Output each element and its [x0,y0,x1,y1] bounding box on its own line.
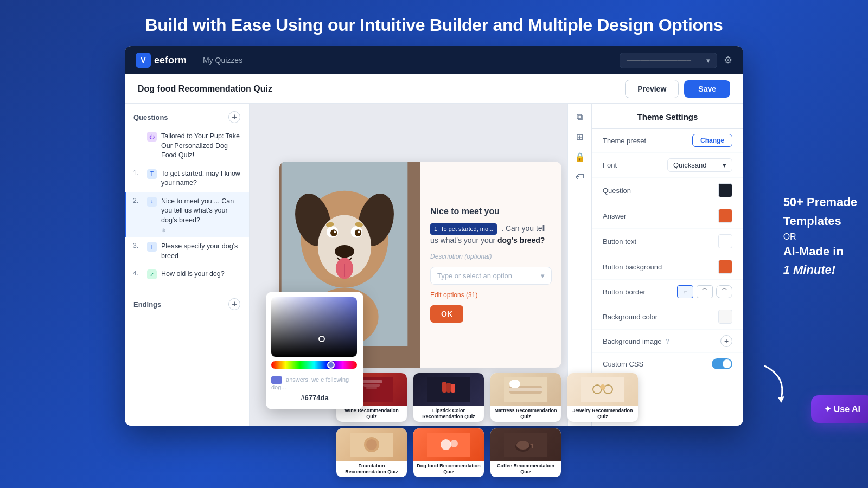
tc-coffee-label: Coffee Recommendation Quiz [490,461,561,477]
button-border-row: Button border ⌐ ⌒ ⌒ [592,280,743,304]
question-num-2: 2. [133,197,143,204]
question-num-1: 1. [133,169,143,177]
promo-line3: AI-Made in [783,244,857,260]
tc-jewelry-label: Jewelry Recommendation Quiz [567,406,638,422]
svg-rect-24 [451,384,455,393]
promo-or: OR [783,232,857,242]
tag-icon[interactable]: 🏷 [576,172,584,182]
add-ending-button[interactable]: + [228,298,240,310]
edit-options-link[interactable]: Edit options (31) [430,291,552,299]
quiz-card-content: Nice to meet you 1. To get started, mo..… [420,162,561,368]
font-select[interactable]: Quicksand ▾ [667,158,732,172]
svg-point-38 [441,439,451,450]
hue-cursor[interactable] [327,361,335,369]
use-ai-button[interactable]: ✦ Use AI [811,395,868,423]
color-preview-row: answers, we e following dog... [271,375,358,391]
font-value: Quicksand [673,161,706,169]
question-item-2[interactable]: 2. ↓ Nice to meet you ... Can you tell u… [125,192,249,238]
help-icon: ? [666,338,669,345]
button-bg-color-swatch[interactable] [718,260,732,274]
question-item-4[interactable]: 4. ✓ How old is your dog? [125,265,249,284]
template-cards: Wine Recommendation Quiz Lipstick Color … [336,373,662,477]
template-card-coffee[interactable]: Coffee Recommendation Quiz [490,428,561,477]
question-text-0: Tailored to Your Pup: Take Our Personali… [161,132,242,160]
color-hex-value[interactable]: #6774da [271,391,358,404]
color-cursor[interactable] [318,336,325,342]
theme-preset-row: Theme preset Change [592,129,743,153]
quiz-greeting: Nice to meet you [430,207,552,216]
add-bg-image-button[interactable]: + [720,335,732,347]
font-label: Font [603,161,617,169]
question-icon-dropdown-2: ↓ [147,197,157,207]
mattress-illustration [504,377,547,402]
tc-dogfood-label: Dog food Recommendation Quiz [413,461,484,477]
change-theme-button[interactable]: Change [692,134,732,147]
lock-icon[interactable]: 🔒 [575,152,585,162]
svg-point-39 [450,440,458,447]
coffee-illustration [504,433,547,457]
chevron-down-icon: ▾ [541,272,545,280]
endings-section-header: Endings + [125,291,249,314]
question-item-3[interactable]: 3. T Please specify your dog's breed [125,237,249,265]
tc-dogfood-img [413,428,484,461]
template-card-mattress[interactable]: Mattress Recommendation Quiz [490,373,561,422]
svg-rect-21 [366,387,377,389]
question-label: Question [603,187,631,195]
button-text-row: Button text [592,229,743,254]
nav-my-quizzes[interactable]: My Quizzes [203,56,242,65]
template-card-jewelry[interactable]: Jewelry Recommendation Quiz [567,373,638,422]
jewelry-illustration [581,377,624,402]
button-text-label: Button text [603,237,636,246]
tc-jewelry-img [567,373,638,406]
hue-bar[interactable] [271,361,357,369]
logo-text: eeform [154,55,187,66]
svg-point-8 [355,229,362,236]
bg-color-swatch[interactable] [718,310,732,324]
question-item-1[interactable]: 1. T To get started, may I know your nam… [125,165,249,192]
svg-point-7 [330,229,337,236]
gear-icon[interactable]: ⚙ [724,54,732,66]
quiz-select-dropdown[interactable]: Type or select an option ▾ [430,267,552,285]
color-gradient-area[interactable] [271,297,357,357]
custom-css-toggle[interactable] [712,358,732,369]
chevron-down-icon: ▾ [706,56,710,65]
border-pill[interactable]: ⌒ [716,285,732,298]
question-icon-text-3: T [147,242,157,252]
svg-point-42 [516,441,529,450]
svg-point-36 [366,439,377,450]
question-text-4: How old is your dog? [161,269,225,279]
layout-icon[interactable]: ⊞ [576,132,583,142]
font-row: Font Quicksand ▾ [592,153,743,178]
question-color-swatch[interactable] [718,183,732,197]
quiz-description: Description (optional) [430,253,552,260]
template-card-foundation[interactable]: Foundation Recommendation Quiz [336,428,407,477]
chevron-down-icon: ▾ [723,161,726,169]
svg-point-11 [335,245,354,258]
tc-lipstick-img [413,373,484,406]
border-round[interactable]: ⌒ [697,285,713,298]
button-text-color-swatch[interactable] [718,234,732,248]
question-icon-power: ⏻ [147,132,157,142]
bg-color-label: Background color [603,313,658,321]
template-card-dogfood[interactable]: Dog food Recommendation Quiz [413,428,484,477]
preview-button[interactable]: Preview [625,80,679,98]
foundation-illustration [350,433,393,457]
arrow-decoration [754,361,797,404]
color-swatch-preview [271,376,282,384]
sub-header: Dog food Recommendation Quiz Preview Sav… [125,74,743,104]
navbar-search[interactable]: ────────────── ▾ [620,53,717,68]
save-button[interactable]: Save [684,80,730,98]
answer-color-swatch[interactable] [718,209,732,223]
question-item-0[interactable]: ⏻ Tailored to Your Pup: Take Our Persona… [125,127,249,165]
quiz-ok-button[interactable]: OK [430,305,463,323]
hero-title: Build with Ease Using our Intuitive Buil… [0,0,868,46]
answers-text: answers, we e following dog... [271,376,349,390]
answer-label: Answer [603,212,626,220]
svg-rect-23 [442,382,446,393]
add-question-button[interactable]: + [228,111,240,123]
sliders-icon[interactable]: ⧉ [577,112,583,122]
border-square[interactable]: ⌐ [677,285,693,298]
template-card-lipstick[interactable]: Lipstick Color Recommendation Quiz [413,373,484,422]
search-text: ────────────── [627,56,691,64]
button-bg-row: Button background [592,254,743,280]
